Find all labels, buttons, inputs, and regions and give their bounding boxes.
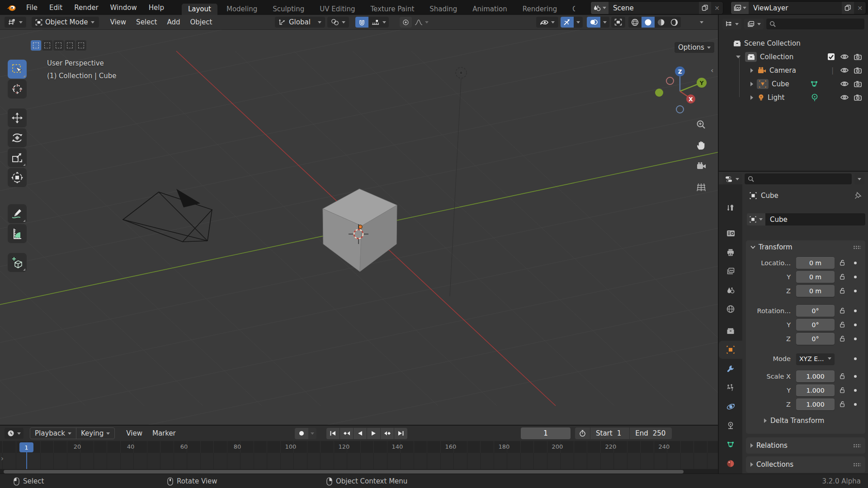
- tab-particles[interactable]: [719, 379, 742, 397]
- disable-render-camera-icon[interactable]: [854, 67, 862, 74]
- play-reverse-button[interactable]: [354, 428, 367, 439]
- jump-to-start-button[interactable]: [326, 428, 340, 439]
- editor-type-button[interactable]: [5, 17, 26, 28]
- tool-select-box[interactable]: [8, 60, 27, 79]
- mode-dropdown[interactable]: Object Mode: [32, 17, 99, 28]
- menu-view[interactable]: View: [105, 18, 132, 26]
- scale-x-field[interactable]: 1.000: [796, 371, 835, 382]
- current-frame-field[interactable]: 1: [521, 427, 571, 439]
- proportional-falloff-dropdown[interactable]: [412, 17, 431, 28]
- outliner-row-cube[interactable]: Cube: [719, 77, 868, 90]
- animate-dot[interactable]: [854, 403, 857, 406]
- drag-handle[interactable]: [853, 444, 861, 448]
- overlays-dropdown[interactable]: [600, 17, 609, 28]
- properties-editor-type-button[interactable]: [722, 174, 742, 184]
- scene-name[interactable]: Scene: [609, 2, 699, 14]
- tool-transform[interactable]: [8, 168, 27, 187]
- camera-expand-icon[interactable]: [750, 68, 753, 73]
- zoom-widget[interactable]: [695, 119, 707, 131]
- drag-handle[interactable]: [853, 245, 861, 249]
- timeline-editor-type-button[interactable]: [5, 428, 24, 439]
- navigation-gizmo[interactable]: Z Y X: [653, 64, 707, 118]
- xray-toggle[interactable]: [611, 17, 625, 28]
- object-name-input[interactable]: Cube: [765, 213, 865, 225]
- playhead-line[interactable]: [26, 452, 27, 469]
- outliner-row-camera[interactable]: Camera |: [719, 64, 868, 77]
- workspace-tab-texture-paint[interactable]: Texture Paint: [364, 4, 420, 15]
- tab-material[interactable]: [719, 455, 742, 473]
- tab-collection[interactable]: [719, 322, 742, 340]
- pan-widget[interactable]: [695, 140, 707, 151]
- workspace-tab-modeling[interactable]: Modeling: [220, 4, 264, 15]
- options-dropdown[interactable]: Options: [675, 42, 714, 53]
- menu-marker[interactable]: Marker: [147, 429, 181, 437]
- play-button[interactable]: [367, 428, 380, 439]
- perspective-toggle-widget[interactable]: [695, 181, 707, 193]
- lock-icon[interactable]: [839, 307, 846, 314]
- menu-edit[interactable]: Edit: [43, 0, 68, 15]
- rotation-x-field[interactable]: 0°: [796, 305, 835, 317]
- workspace-tab-compositing-clipped[interactable]: C: [566, 4, 575, 15]
- outliner-row-scene-collection[interactable]: Scene Collection: [719, 37, 868, 50]
- tab-object-data[interactable]: [719, 436, 742, 454]
- collections-panel[interactable]: Collections: [746, 456, 865, 473]
- workspace-tab-uv-editing[interactable]: UV Editing: [313, 4, 361, 15]
- tab-modifiers[interactable]: [719, 360, 742, 378]
- workspace-tab-sculpting[interactable]: Sculpting: [266, 4, 311, 15]
- transform-panel-header[interactable]: Transform: [746, 240, 865, 254]
- hide-eye-icon[interactable]: [840, 81, 849, 87]
- shading-solid-button[interactable]: [642, 17, 655, 28]
- scene-unlink-button[interactable]: ✕: [711, 2, 723, 14]
- pivot-point-dropdown[interactable]: [327, 17, 349, 28]
- timeline-track-area[interactable]: [0, 453, 718, 469]
- timeline-ruler[interactable]: 20 40 60 80 100 120 140 160 180 200 220 …: [0, 441, 718, 453]
- hide-eye-icon[interactable]: [840, 94, 849, 100]
- rotation-z-field[interactable]: 0°: [796, 333, 835, 345]
- tool-cursor[interactable]: [8, 80, 27, 99]
- tab-world[interactable]: [719, 300, 742, 318]
- menu-object[interactable]: Object: [185, 18, 217, 26]
- sidebar-collapse-icon[interactable]: ‹: [711, 66, 713, 75]
- tool-scale[interactable]: [8, 148, 27, 167]
- workspace-tab-layout[interactable]: Layout: [182, 4, 217, 15]
- auto-keying-toggle[interactable]: [295, 428, 308, 439]
- next-keyframe-button[interactable]: [381, 428, 394, 439]
- properties-search-input[interactable]: [745, 174, 852, 184]
- menu-file[interactable]: File: [20, 0, 43, 15]
- tab-object-active[interactable]: [719, 341, 742, 359]
- animate-dot[interactable]: [854, 375, 857, 378]
- show-hide-dropdown[interactable]: [536, 17, 558, 28]
- viewlayer-browse-button[interactable]: [731, 2, 749, 14]
- tool-move[interactable]: [8, 108, 27, 127]
- light-expand-icon[interactable]: [750, 95, 753, 100]
- outliner-row-collection[interactable]: Collection: [719, 50, 868, 63]
- animate-dot[interactable]: [854, 290, 857, 292]
- tab-view-layer[interactable]: [719, 262, 742, 280]
- outliner-row-light[interactable]: Light: [719, 91, 868, 104]
- timeline-scrollbar-handle[interactable]: [4, 470, 684, 474]
- use-preview-range-toggle[interactable]: [577, 430, 588, 437]
- viewlayer-copy-button[interactable]: [842, 2, 854, 14]
- tool-annotate[interactable]: [8, 204, 27, 223]
- scene-copy-button[interactable]: [699, 2, 711, 14]
- gizmos-dropdown[interactable]: [574, 17, 583, 28]
- scene-browse-button[interactable]: [591, 2, 609, 14]
- animate-dot[interactable]: [854, 262, 857, 264]
- shading-dropdown[interactable]: [700, 21, 703, 23]
- shading-wireframe-button[interactable]: [628, 17, 642, 28]
- snap-settings-dropdown[interactable]: [368, 17, 389, 28]
- lock-icon[interactable]: [839, 373, 846, 380]
- select-mode-extend-button[interactable]: [42, 40, 52, 51]
- tool-add-cube[interactable]: [8, 253, 27, 272]
- jump-to-end-button[interactable]: [394, 428, 407, 439]
- menu-keying[interactable]: Keying: [76, 429, 114, 437]
- select-mode-new-button[interactable]: [31, 40, 41, 51]
- disable-render-camera-icon[interactable]: [854, 81, 862, 87]
- animate-dot[interactable]: [854, 338, 857, 340]
- select-mode-invert-button[interactable]: [65, 40, 75, 51]
- tab-physics[interactable]: [719, 398, 742, 416]
- select-mode-intersect-button[interactable]: [76, 40, 86, 51]
- shading-rendered-button[interactable]: [668, 17, 681, 28]
- viewport-3d[interactable]: User Perspective (1) Collection | Cube O…: [0, 30, 718, 425]
- start-frame-value[interactable]: 1: [616, 429, 628, 437]
